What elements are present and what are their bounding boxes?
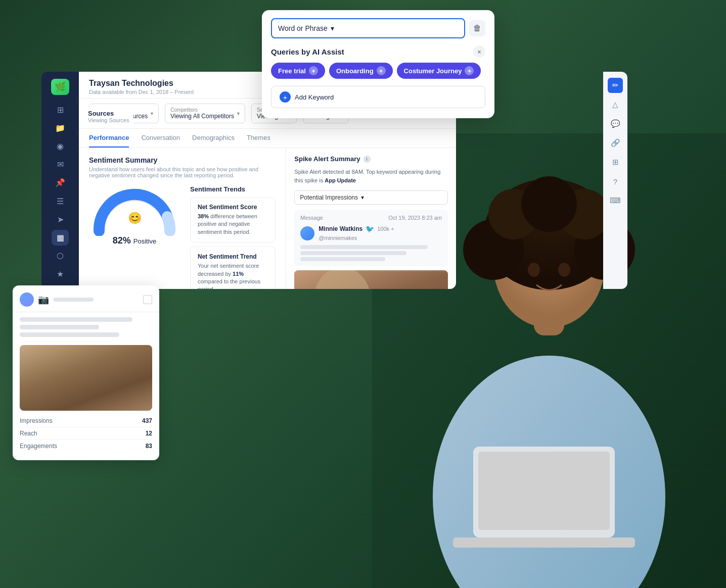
message-bar-2 (300, 251, 406, 255)
rsb-alert-icon[interactable]: △ (608, 97, 623, 112)
query-popup: Word or Phrase ▾ 🗑 Queries by AI Assist … (262, 10, 494, 118)
gauge-positive-label: Positive (133, 237, 157, 245)
keyword-tag-onboarding[interactable]: Onboarding + (329, 63, 393, 79)
info-icon: i (364, 156, 371, 163)
rsb-plus-icon[interactable]: ⊞ (608, 155, 623, 170)
message-timestamp: Oct 19, 2023 8:23 am (388, 215, 442, 221)
company-name: Traysan Technologies (89, 79, 194, 88)
message-content-bars (300, 245, 442, 261)
delete-button[interactable]: 🗑 (469, 20, 485, 36)
query-search-input[interactable]: Word or Phrase ▾ (271, 18, 465, 38)
sources-label: Sources (88, 110, 129, 117)
net-score-title: Net Sentiment Score (198, 204, 268, 211)
small-card-checkbox[interactable] (143, 295, 152, 304)
sidebar-item-mail[interactable]: ✉ (52, 157, 69, 172)
content-area: Sentiment Summary Understand how users f… (79, 148, 456, 289)
competitors-filter[interactable]: Competitors Viewing All Competitors ▾ (165, 104, 245, 123)
gauge-svg: 😊 (89, 185, 180, 236)
user-handle: @minniemakes (319, 235, 357, 241)
sources-section: Sources Viewing Sources (84, 108, 133, 125)
rsb-chat-icon[interactable]: 💬 (608, 116, 623, 131)
tabs-bar: Performance Conversation Demographics Th… (79, 129, 456, 148)
message-bar-3 (300, 257, 385, 261)
close-button[interactable]: × (473, 45, 485, 58)
spike-alert-header: Spike Alert Summary i (294, 155, 448, 163)
search-dropdown-chevron-icon: ▾ (331, 24, 334, 32)
potential-impressions-dropdown[interactable]: Potential Impressions ▾ (294, 190, 448, 205)
sentiment-section-title: Sentiment Summary (89, 156, 276, 164)
sentiment-section-subtitle: Understand how users feel about this top… (89, 166, 276, 178)
sidebar-item-box[interactable]: ⬡ (52, 249, 69, 264)
user-avatar (300, 226, 314, 240)
svg-text:😊: 😊 (128, 211, 142, 225)
left-panel: Sentiment Summary Understand how users f… (79, 148, 286, 289)
query-search-row: Word or Phrase ▾ 🗑 (271, 18, 485, 38)
impressions-label: Impressions (20, 417, 53, 424)
twitter-icon: 🐦 (366, 225, 374, 233)
net-sentiment-score-card: Net Sentiment Score 38% difference betwe… (190, 197, 276, 242)
content-bar-1 (20, 317, 132, 322)
sources-chevron-icon: ▾ (151, 111, 153, 116)
search-type-label: Word or Phrase (278, 24, 328, 32)
svg-rect-13 (478, 452, 610, 530)
message-label: Message (300, 215, 323, 221)
gauge-label: 82% Positive (113, 235, 157, 246)
small-card: 📷 Impressions 437 Reach 12 Engagements 8… (13, 285, 159, 460)
content-bar-2 (20, 325, 99, 329)
rsb-question-icon[interactable]: ? (608, 174, 623, 189)
svg-point-9 (521, 176, 577, 232)
add-keyword-label: Add Keyword (295, 93, 334, 101)
right-sidebar: ✏ △ 💬 🔗 ⊞ ? ⌨ (603, 72, 627, 289)
word-or-phrase-dropdown[interactable]: Word or Phrase ▾ (278, 24, 334, 32)
tab-demographics[interactable]: Demographics (192, 129, 235, 148)
sidebar-item-list[interactable]: ☰ (52, 193, 69, 209)
rsb-link-icon[interactable]: 🔗 (608, 135, 623, 151)
small-card-title-bar (53, 298, 94, 302)
svg-rect-14 (453, 537, 635, 548)
tab-conversation[interactable]: Conversation (141, 129, 180, 148)
tab-performance[interactable]: Performance (89, 129, 129, 148)
sidebar-item-star[interactable]: ★ (52, 267, 69, 282)
spike-keyword: App Update (325, 177, 356, 183)
competitors-filter-label: Competitors (170, 107, 234, 113)
sidebar-item-bars[interactable]: ▦ (52, 230, 69, 245)
queries-header: Queries by AI Assist × (271, 45, 485, 58)
keyword-tag-free-trial[interactable]: Free trial + (271, 63, 325, 79)
message-card: Message Oct 19, 2023 8:23 am Minnie Watk… (294, 210, 448, 266)
message-user: Minnie Watkins 🐦 100k + @minniemakes (300, 225, 442, 242)
trends-title: Sentiment Trends (190, 185, 276, 193)
sidebar-item-send[interactable]: ➤ (52, 212, 69, 227)
rsb-keyboard-icon[interactable]: ⌨ (608, 193, 623, 208)
logo: 🌿 (51, 79, 69, 95)
user-info: Minnie Watkins 🐦 100k + @minniemakes (319, 225, 394, 242)
sidebar-item-pin[interactable]: 📌 (52, 175, 69, 190)
keyword-free-trial-plus-icon[interactable]: + (309, 66, 318, 75)
small-card-icons: 📷 (20, 292, 94, 307)
add-keyword-plus-icon: + (280, 91, 291, 103)
net-score-pct: 38% (198, 213, 209, 219)
impressions-value: 437 (142, 417, 152, 424)
small-card-content-bars (13, 312, 159, 345)
add-keyword-button[interactable]: + Add Keyword (271, 86, 485, 108)
sidebar-item-grid[interactable]: ⊞ (52, 102, 69, 117)
keyword-costumer-journey-plus-icon[interactable]: + (465, 66, 474, 75)
small-card-header: 📷 (13, 285, 159, 312)
sources-viewing-label: Viewing Sources (88, 117, 129, 123)
card-stats: Impressions 437 Reach 12 Engagements 83 (13, 413, 159, 452)
potential-impressions-label: Potential Impressions (300, 194, 358, 201)
instagram-icon: 📷 (38, 294, 49, 305)
keyword-onboarding-plus-icon[interactable]: + (377, 66, 386, 75)
right-panel: Spike Alert Summary i Spike Alert detect… (286, 148, 456, 289)
keyword-tag-costumer-journey[interactable]: Costumer Journey + (397, 63, 481, 79)
keyword-onboarding-label: Onboarding (336, 67, 374, 75)
rsb-pencil-icon[interactable]: ✏ (608, 78, 623, 93)
reach-value: 12 (146, 430, 152, 437)
sidebar-item-chart-circle[interactable]: ◉ (52, 138, 69, 154)
queries-title: Queries by AI Assist (271, 47, 344, 56)
keyword-tags: Free trial + Onboarding + Costumer Journ… (271, 63, 485, 79)
card-image (20, 345, 152, 411)
sentiment-trends: Sentiment Trends Net Sentiment Score 38%… (190, 185, 276, 289)
net-trend-pct: 11% (233, 271, 244, 277)
sidebar-item-folder[interactable]: 📁 (52, 120, 69, 135)
tab-themes[interactable]: Themes (247, 129, 270, 148)
